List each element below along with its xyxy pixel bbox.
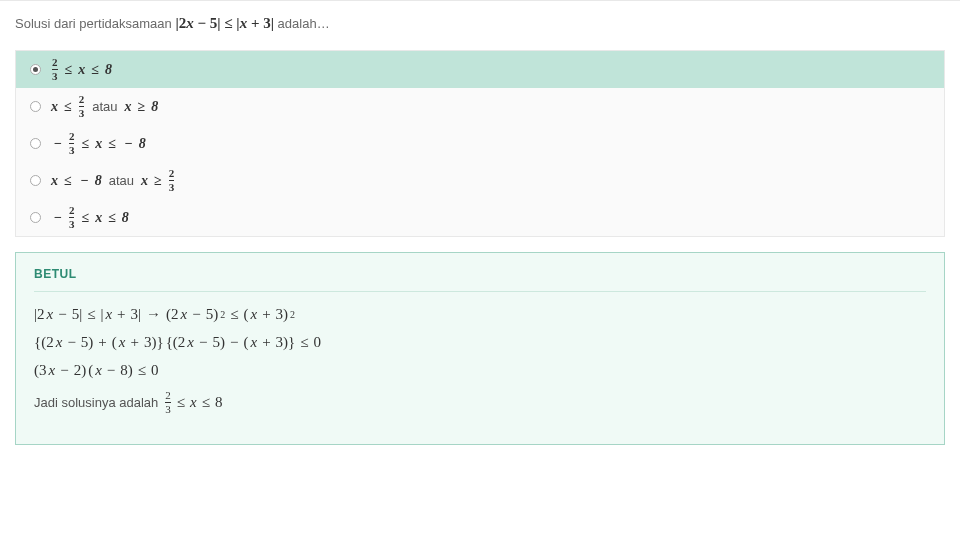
answer-label: BETUL <box>34 267 926 292</box>
question-suffix: adalah… <box>278 16 330 31</box>
option-c-math: −23 ≤ x ≤ −8 <box>51 131 146 156</box>
option-d-math: x ≤ −8 atau x ≥ 23 <box>51 168 175 193</box>
option-e[interactable]: −23 ≤ x ≤ 8 <box>16 199 944 236</box>
quiz-container: Solusi dari pertidaksamaan |2x − 5| ≤ |x… <box>0 0 960 455</box>
radio-icon <box>30 212 41 223</box>
option-e-math: −23 ≤ x ≤ 8 <box>51 205 129 230</box>
solution-line-2: {(2x−5) + (x+3)} {(2x−5) − (x+3)} ≤ 0 <box>34 334 926 351</box>
final-prefix: Jadi solusinya adalah <box>34 395 158 410</box>
options-list: 23 ≤ x ≤ 8 x ≤ 23 atau x ≥ 8 −23 ≤ x ≤ −… <box>15 50 945 237</box>
radio-icon <box>30 175 41 186</box>
radio-icon <box>30 101 41 112</box>
radio-icon <box>30 64 41 75</box>
question-prefix: Solusi dari pertidaksamaan <box>15 16 175 31</box>
solution-final: Jadi solusinya adalah 23 ≤ x ≤ 8 <box>34 390 926 415</box>
solution-line-1: |2x−5| ≤ |x+3| → (2x−5)2 ≤ (x+3)2 <box>34 306 926 323</box>
option-a[interactable]: 23 ≤ x ≤ 8 <box>16 51 944 88</box>
question-math: |2x − 5| ≤ |x + 3| <box>175 15 274 31</box>
answer-box: BETUL |2x−5| ≤ |x+3| → (2x−5)2 ≤ (x+3)2 … <box>15 252 945 445</box>
option-c[interactable]: −23 ≤ x ≤ −8 <box>16 125 944 162</box>
option-a-math: 23 ≤ x ≤ 8 <box>51 57 112 82</box>
solution-line-3: (3x−2) (x−8) ≤ 0 <box>34 362 926 379</box>
option-d[interactable]: x ≤ −8 atau x ≥ 23 <box>16 162 944 199</box>
option-b[interactable]: x ≤ 23 atau x ≥ 8 <box>16 88 944 125</box>
option-b-math: x ≤ 23 atau x ≥ 8 <box>51 94 158 119</box>
question-text: Solusi dari pertidaksamaan |2x − 5| ≤ |x… <box>15 11 945 35</box>
radio-icon <box>30 138 41 149</box>
